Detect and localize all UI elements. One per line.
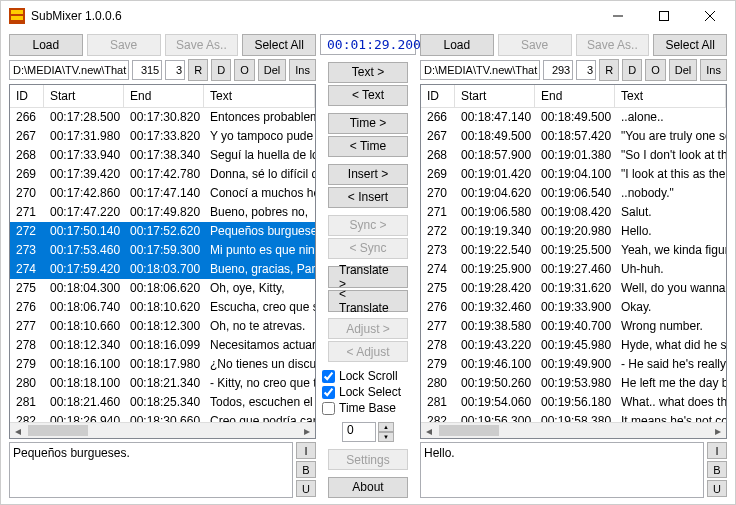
table-row[interactable]: 27600:19:32.46000:19:33.900Okay. xyxy=(421,298,726,317)
ins-button[interactable]: Ins xyxy=(289,59,316,81)
cell-text: "I look at this as the da xyxy=(615,165,726,184)
cell-text: Pequeños burgueses. xyxy=(204,222,315,241)
table-row[interactable]: 27400:19:25.90000:19:27.460Uh-huh. xyxy=(421,260,726,279)
left-table[interactable]: ID Start End Text 26600:17:28.50000:17:3… xyxy=(9,84,316,439)
about-button[interactable]: About xyxy=(328,477,408,498)
table-row[interactable]: 26600:17:28.50000:17:30.820Entonces prob… xyxy=(10,108,315,127)
maximize-button[interactable] xyxy=(641,1,687,31)
selectall-button-r[interactable]: Select All xyxy=(653,34,727,56)
time-fwd-button[interactable]: Time > xyxy=(328,113,408,134)
close-button[interactable] xyxy=(687,1,733,31)
col-id[interactable]: ID xyxy=(10,85,44,107)
underline-button-r[interactable]: U xyxy=(707,480,727,497)
spin-input[interactable]: 0 xyxy=(342,422,376,442)
minimize-button[interactable] xyxy=(595,1,641,31)
cell-end: 00:19:20.980 xyxy=(535,222,615,241)
table-row[interactable]: 26600:18:47.14000:18:49.500..alone.. xyxy=(421,108,726,127)
bold-button[interactable]: B xyxy=(296,461,316,478)
path-input[interactable]: D:\MEDIA\TV.new\That 7 xyxy=(9,60,129,80)
text-back-button[interactable]: < Text xyxy=(328,85,408,106)
preview-text-r[interactable]: Hello. xyxy=(420,442,704,498)
cell-text: Escucha, creo que solo xyxy=(204,298,315,317)
app-icon xyxy=(9,8,25,24)
table-row[interactable]: 27400:17:59.42000:18:03.700Bueno, gracia… xyxy=(10,260,315,279)
table-row[interactable]: 27300:17:53.46000:17:59.300Mi punto es q… xyxy=(10,241,315,260)
bold-button-r[interactable]: B xyxy=(707,461,727,478)
col-text-r[interactable]: Text xyxy=(615,85,726,107)
o-button[interactable]: O xyxy=(234,59,255,81)
table-row[interactable]: 26900:17:39.42000:17:42.780Donna, sé lo … xyxy=(10,165,315,184)
table-row[interactable]: 27200:17:50.14000:17:52.620Pequeños burg… xyxy=(10,222,315,241)
d-button-r[interactable]: D xyxy=(622,59,642,81)
table-row[interactable]: 26700:18:49.50000:18:57.420"You are trul… xyxy=(421,127,726,146)
del-button[interactable]: Del xyxy=(258,59,287,81)
table-row[interactable]: 27500:19:28.42000:19:31.620Well, do you … xyxy=(421,279,726,298)
cell-text: Necesitamos actuar com xyxy=(204,336,315,355)
r-button[interactable]: R xyxy=(188,59,208,81)
table-row[interactable]: 26900:19:01.42000:19:04.100"I look at th… xyxy=(421,165,726,184)
spin-down[interactable]: ▼ xyxy=(378,432,394,442)
italic-button[interactable]: I xyxy=(296,442,316,459)
ins-button-r[interactable]: Ins xyxy=(700,59,727,81)
col-start[interactable]: Start xyxy=(44,85,124,107)
table-row[interactable]: 28200:19:56.30000:19:58.380It means he's… xyxy=(421,412,726,422)
table-row[interactable]: 27800:19:43.22000:19:45.980Hyde, what di… xyxy=(421,336,726,355)
load-button[interactable]: Load xyxy=(9,34,83,56)
table-row[interactable]: 27500:18:04.30000:18:06.620Oh, oye, Kitt… xyxy=(10,279,315,298)
col-start-r[interactable]: Start xyxy=(455,85,535,107)
table-row[interactable]: 28100:19:54.06000:19:56.180What.. what d… xyxy=(421,393,726,412)
hscrollbar[interactable]: ◂▸ xyxy=(10,422,315,438)
right-panel: Load Save Save As.. Select All D:\MEDIA\… xyxy=(420,34,727,498)
table-row[interactable]: 27000:19:04.62000:19:06.540..nobody." xyxy=(421,184,726,203)
table-row[interactable]: 27800:18:12.34000:18:16.099Necesitamos a… xyxy=(10,336,315,355)
load-button-r[interactable]: Load xyxy=(420,34,494,56)
table-row[interactable]: 27600:18:06.74000:18:10.620Escucha, creo… xyxy=(10,298,315,317)
table-row[interactable]: 27700:19:38.58000:19:40.700Wrong number. xyxy=(421,317,726,336)
right-table[interactable]: ID Start End Text 26600:18:47.14000:18:4… xyxy=(420,84,727,439)
table-row[interactable]: 26800:18:57.90000:19:01.380"So I don't l… xyxy=(421,146,726,165)
del-button-r[interactable]: Del xyxy=(669,59,698,81)
lock-select-checkbox[interactable]: Lock Select xyxy=(322,385,414,399)
selectall-button[interactable]: Select All xyxy=(242,34,316,56)
text-fwd-button[interactable]: Text > xyxy=(328,62,408,83)
table-row[interactable]: 27200:19:19.34000:19:20.980Hello. xyxy=(421,222,726,241)
table-row[interactable]: 27100:17:47.22000:17:49.820Bueno, pobres… xyxy=(10,203,315,222)
preview-text[interactable]: Pequeños burgueses. xyxy=(9,442,293,498)
italic-button-r[interactable]: I xyxy=(707,442,727,459)
col-end-r[interactable]: End xyxy=(535,85,615,107)
col-id-r[interactable]: ID xyxy=(421,85,455,107)
hscrollbar-r[interactable]: ◂▸ xyxy=(421,422,726,438)
table-row[interactable]: 27700:18:10.66000:18:12.300Oh, no te atr… xyxy=(10,317,315,336)
col-end[interactable]: End xyxy=(124,85,204,107)
table-row[interactable]: 28000:18:18.10000:18:21.340- Kitty, no c… xyxy=(10,374,315,393)
col-text[interactable]: Text xyxy=(204,85,315,107)
translate-back-button[interactable]: < Translate xyxy=(328,290,408,312)
timecode-display[interactable]: 00:01:29.2000 xyxy=(320,34,416,55)
cell-end: 00:17:38.340 xyxy=(124,146,204,165)
table-row[interactable]: 28000:19:50.26000:19:53.980He left me th… xyxy=(421,374,726,393)
cell-start: 00:18:49.500 xyxy=(455,127,535,146)
translate-fwd-button[interactable]: Translate > xyxy=(328,266,408,288)
cell-start: 00:17:28.500 xyxy=(44,108,124,127)
table-row[interactable]: 26800:17:33.94000:17:38.340Seguí la huel… xyxy=(10,146,315,165)
time-back-button[interactable]: < Time xyxy=(328,136,408,157)
cell-text: - He said he's really sor xyxy=(615,355,726,374)
table-row[interactable]: 27900:19:46.10000:19:49.900- He said he'… xyxy=(421,355,726,374)
table-row[interactable]: 28100:18:21.46000:18:25.340Todos, escuch… xyxy=(10,393,315,412)
table-row[interactable]: 27100:19:06.58000:19:08.420Salut. xyxy=(421,203,726,222)
lock-scroll-checkbox[interactable]: Lock Scroll xyxy=(322,369,414,383)
table-row[interactable]: 26700:17:31.98000:17:33.820Y yo tampoco … xyxy=(10,127,315,146)
underline-button[interactable]: U xyxy=(296,480,316,497)
insert-back-button[interactable]: < Insert xyxy=(328,187,408,208)
table-row[interactable]: 27300:19:22.54000:19:25.500Yeah, we kind… xyxy=(421,241,726,260)
table-row[interactable]: 28200:18:26.94000:18:30.660Creo que podr… xyxy=(10,412,315,422)
time-base-checkbox[interactable]: Time Base xyxy=(322,401,414,415)
table-row[interactable]: 27900:18:16.10000:18:17.980¿No tienes un… xyxy=(10,355,315,374)
o-button-r[interactable]: O xyxy=(645,59,666,81)
spin-up[interactable]: ▲ xyxy=(378,422,394,432)
path-input-r[interactable]: D:\MEDIA\TV.new\That xyxy=(420,60,540,80)
insert-fwd-button[interactable]: Insert > xyxy=(328,164,408,185)
d-button[interactable]: D xyxy=(211,59,231,81)
table-row[interactable]: 27000:17:42.86000:17:47.140Conocí a much… xyxy=(10,184,315,203)
r-button-r[interactable]: R xyxy=(599,59,619,81)
